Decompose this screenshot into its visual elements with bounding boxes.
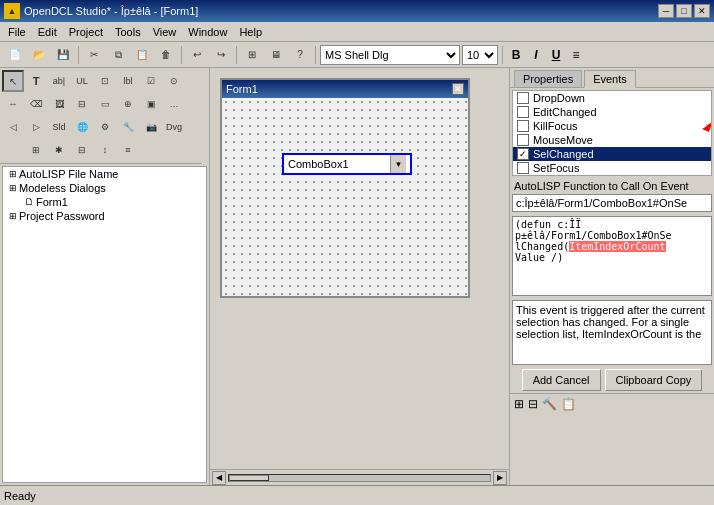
- underline-button[interactable]: U: [547, 45, 565, 65]
- menu-help[interactable]: Help: [233, 25, 268, 39]
- redo-button[interactable]: ↪: [210, 44, 232, 66]
- move-left-tool[interactable]: ◁: [2, 116, 24, 138]
- group-tool[interactable]: ▣: [140, 93, 162, 115]
- events-list[interactable]: DropDown EditChanged KillFocus MouseMove…: [512, 90, 712, 176]
- scroll-track[interactable]: [228, 474, 491, 482]
- bottom-icon-3[interactable]: 🔨: [542, 397, 557, 411]
- scroll-thumb[interactable]: [229, 475, 269, 481]
- label-tool[interactable]: lbl: [117, 70, 139, 92]
- help-icon-btn[interactable]: ?: [289, 44, 311, 66]
- eraser-tool[interactable]: ⌫: [25, 93, 47, 115]
- form-content[interactable]: ComboBox1 ▼: [222, 98, 468, 296]
- bottom-icon-4[interactable]: 📋: [561, 397, 576, 411]
- code-area[interactable]: (defun c:ÎÏp±êlâ/Form1/ComboBox1#OnSelCh…: [512, 216, 712, 296]
- event-dropdown[interactable]: DropDown: [513, 91, 711, 105]
- menu-project[interactable]: Project: [63, 25, 109, 39]
- tree-item-form1[interactable]: 🗋 Form1: [3, 195, 206, 209]
- event-checkbox-mousemove[interactable]: [517, 134, 529, 146]
- event-checkbox-dropdown[interactable]: [517, 92, 529, 104]
- edit-tool[interactable]: ab|: [48, 70, 70, 92]
- canvas-area[interactable]: Form1 ✕ ComboBox1 ▼ ◀ ▶: [210, 68, 509, 485]
- maximize-button[interactable]: □: [676, 4, 692, 18]
- form-close-button[interactable]: ✕: [452, 83, 464, 95]
- list-tool[interactable]: UL: [71, 70, 93, 92]
- event-selchanged[interactable]: ✓ SelChanged: [513, 147, 711, 161]
- button-tool[interactable]: ⊡: [94, 70, 116, 92]
- preview-button[interactable]: 🖥: [265, 44, 287, 66]
- project-tree[interactable]: ⊞ AutoLISP File Name ⊞ Modeless Dialogs …: [2, 166, 207, 483]
- tree-item-modeless[interactable]: ⊞ Modeless Dialogs: [3, 181, 206, 195]
- combobox1[interactable]: ComboBox1 ▼: [282, 153, 412, 175]
- sld-tool[interactable]: Sld: [48, 116, 70, 138]
- menu-edit[interactable]: Edit: [32, 25, 63, 39]
- radio-tool[interactable]: ⊙: [163, 70, 185, 92]
- font-size-select[interactable]: 10: [462, 45, 498, 65]
- form-window[interactable]: Form1 ✕ ComboBox1 ▼: [220, 78, 470, 298]
- menu-tools[interactable]: Tools: [109, 25, 147, 39]
- event-setfocus[interactable]: SetFocus: [513, 161, 711, 175]
- event-checkbox-killfocus[interactable]: [517, 120, 529, 132]
- add-cancel-button[interactable]: Add Cancel: [522, 369, 601, 391]
- toolbar-separator-1: [78, 46, 79, 64]
- prop-tool[interactable]: ⚙: [94, 116, 116, 138]
- event-checkbox-editchanged[interactable]: [517, 106, 529, 118]
- grid2-tool[interactable]: ⊞: [25, 139, 47, 161]
- move-right-tool[interactable]: ▷: [25, 116, 47, 138]
- autolisp-path-input[interactable]: [512, 194, 712, 212]
- scroll-right-button[interactable]: ▶: [493, 471, 507, 485]
- wrench-tool[interactable]: 🔧: [117, 116, 139, 138]
- scroll-left-button[interactable]: ◀: [212, 471, 226, 485]
- dvg-tool[interactable]: Dvg: [163, 116, 185, 138]
- spin-tool[interactable]: ⊕: [117, 93, 139, 115]
- globe-tool[interactable]: 🌐: [71, 116, 93, 138]
- tree-item-password[interactable]: ⊞ Project Password: [3, 209, 206, 223]
- open-button[interactable]: 📂: [28, 44, 50, 66]
- main-area: ↖ T ab| UL ⊡ lbl ☑ ⊙ ↔ ⌫ 🖼 ⊟ ▭ ⊕ ▣ … ◁ ▷…: [0, 68, 714, 485]
- close-button[interactable]: ✕: [694, 4, 710, 18]
- tree-item-autolisp[interactable]: ⊞ AutoLISP File Name: [3, 167, 206, 181]
- bottom-icon-1[interactable]: ⊞: [514, 397, 524, 411]
- align-button[interactable]: ≡: [567, 45, 585, 65]
- check-tool[interactable]: ☑: [140, 70, 162, 92]
- copy-button[interactable]: ⧉: [107, 44, 129, 66]
- dotdot-tool[interactable]: …: [163, 93, 185, 115]
- combo-tool[interactable]: ⊟: [71, 93, 93, 115]
- description-area: This event is triggered after the curren…: [512, 300, 712, 365]
- new-button[interactable]: 📄: [4, 44, 26, 66]
- event-mousemove[interactable]: MouseMove: [513, 133, 711, 147]
- image-tool[interactable]: 🖼: [48, 93, 70, 115]
- menu-window[interactable]: Window: [182, 25, 233, 39]
- slider-tool[interactable]: ▭: [94, 93, 116, 115]
- italic-button[interactable]: I: [527, 45, 545, 65]
- undo-button[interactable]: ↩: [186, 44, 208, 66]
- blank-tool[interactable]: [2, 139, 24, 161]
- delete-button[interactable]: 🗑: [155, 44, 177, 66]
- menu-view[interactable]: View: [147, 25, 183, 39]
- img2-tool[interactable]: 📷: [140, 116, 162, 138]
- minimize-button[interactable]: ─: [658, 4, 674, 18]
- bottom-icon-2[interactable]: ⊟: [528, 397, 538, 411]
- text-tool[interactable]: T: [25, 70, 47, 92]
- grid-button[interactable]: ⊞: [241, 44, 263, 66]
- event-checkbox-setfocus[interactable]: [517, 162, 529, 174]
- save-button[interactable]: 💾: [52, 44, 74, 66]
- menu-file[interactable]: File: [2, 25, 32, 39]
- tab-tool[interactable]: ⊟: [71, 139, 93, 161]
- event-killfocus[interactable]: KillFocus: [513, 119, 711, 133]
- canvas-scrollbar[interactable]: ◀ ▶: [210, 469, 509, 485]
- bold-button[interactable]: B: [507, 45, 525, 65]
- select-tool[interactable]: ↖: [2, 70, 24, 92]
- cursor-tool[interactable]: ↔: [2, 93, 24, 115]
- clipboard-copy-button[interactable]: Clipboard Copy: [605, 369, 703, 391]
- paste-button[interactable]: 📋: [131, 44, 153, 66]
- wand-tool[interactable]: ✱: [48, 139, 70, 161]
- font-select[interactable]: MS Shell Dlg: [320, 45, 460, 65]
- align-tool[interactable]: ≡: [117, 139, 139, 161]
- event-editchanged[interactable]: EditChanged: [513, 105, 711, 119]
- tab-properties[interactable]: Properties: [514, 70, 582, 87]
- tab-events[interactable]: Events: [584, 70, 636, 88]
- event-checkbox-selchanged[interactable]: ✓: [517, 148, 529, 160]
- combo-dropdown-arrow[interactable]: ▼: [390, 155, 406, 173]
- resize-tool[interactable]: ↕: [94, 139, 116, 161]
- cut-button[interactable]: ✂: [83, 44, 105, 66]
